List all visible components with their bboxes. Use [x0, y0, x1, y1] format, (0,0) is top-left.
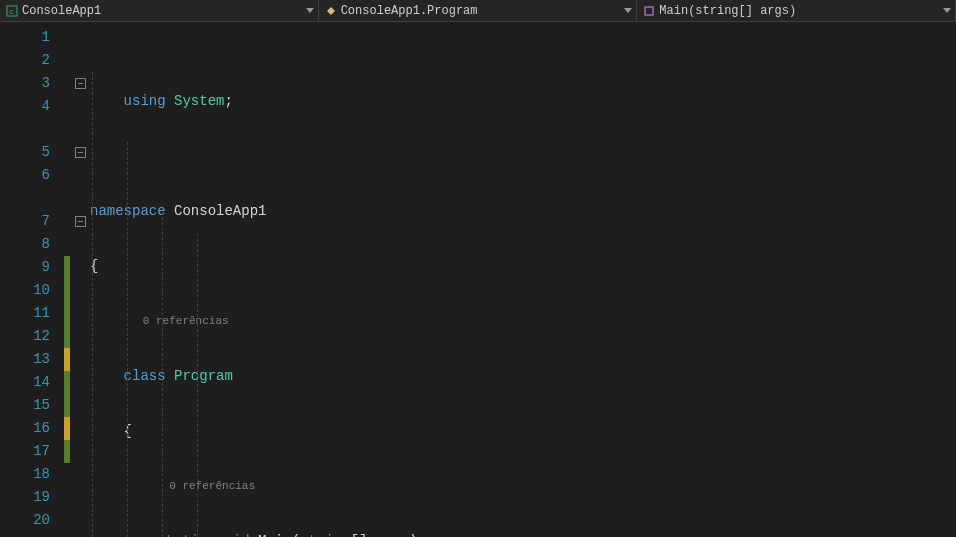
- fold-toggle[interactable]: [75, 147, 86, 158]
- line-number: 7: [0, 210, 64, 233]
- chevron-down-icon: [624, 8, 632, 13]
- scope-label: ConsoleApp1.Program: [341, 4, 478, 18]
- line-number: 18: [0, 463, 64, 486]
- fold-toggle[interactable]: [75, 216, 86, 227]
- class-icon: [325, 5, 337, 17]
- line-spacer: [0, 118, 64, 141]
- line-number: 13: [0, 348, 64, 371]
- codelens-link[interactable]: 0 referências: [90, 310, 956, 333]
- code-line[interactable]: {: [90, 255, 956, 278]
- code-line[interactable]: namespace ConsoleApp1: [90, 200, 956, 223]
- chevron-down-icon: [306, 8, 314, 13]
- navigation-bar: c ConsoleApp1 ConsoleApp1.Program Main(s…: [0, 0, 956, 22]
- line-number: 9: [0, 256, 64, 279]
- svg-text:c: c: [9, 7, 14, 16]
- line-number: 20: [0, 509, 64, 532]
- fold-toggle[interactable]: [75, 78, 86, 89]
- fold-gutter: [70, 22, 90, 537]
- line-number-gutter: 1 2 3 4 5 6 7 8 9 10 11 12 13 14 15 16 1…: [0, 22, 64, 537]
- scope-dropdown-member[interactable]: Main(string[] args): [637, 0, 956, 21]
- code-area[interactable]: using System; namespace ConsoleApp1 { 0 …: [90, 22, 956, 537]
- codelens-link[interactable]: 0 referências: [90, 475, 956, 498]
- code-line[interactable]: [90, 145, 956, 168]
- line-number: 16: [0, 417, 64, 440]
- line-number: 6: [0, 164, 64, 187]
- method-icon: [643, 5, 655, 17]
- line-number: 8: [0, 233, 64, 256]
- scope-label: ConsoleApp1: [22, 4, 101, 18]
- line-number: 14: [0, 371, 64, 394]
- code-line[interactable]: class Program: [90, 365, 956, 388]
- scope-label: Main(string[] args): [659, 4, 796, 18]
- line-number: 2: [0, 49, 64, 72]
- line-number: 15: [0, 394, 64, 417]
- scope-dropdown-project[interactable]: c ConsoleApp1: [0, 0, 319, 21]
- code-editor[interactable]: 1 2 3 4 5 6 7 8 9 10 11 12 13 14 15 16 1…: [0, 22, 956, 537]
- line-number: 11: [0, 302, 64, 325]
- code-line[interactable]: static void Main(string[] args): [90, 530, 956, 537]
- line-number: 19: [0, 486, 64, 509]
- scope-dropdown-class[interactable]: ConsoleApp1.Program: [319, 0, 638, 21]
- csharp-file-icon: c: [6, 5, 18, 17]
- line-number: 5: [0, 141, 64, 164]
- code-line[interactable]: using System;: [90, 90, 956, 113]
- line-number: 12: [0, 325, 64, 348]
- line-number: 17: [0, 440, 64, 463]
- line-number: 1: [0, 26, 64, 49]
- line-number: 4: [0, 95, 64, 118]
- line-number: 10: [0, 279, 64, 302]
- chevron-down-icon: [943, 8, 951, 13]
- line-spacer: [0, 187, 64, 210]
- line-number: 3: [0, 72, 64, 95]
- svg-rect-2: [645, 7, 653, 15]
- code-line[interactable]: {: [90, 420, 956, 443]
